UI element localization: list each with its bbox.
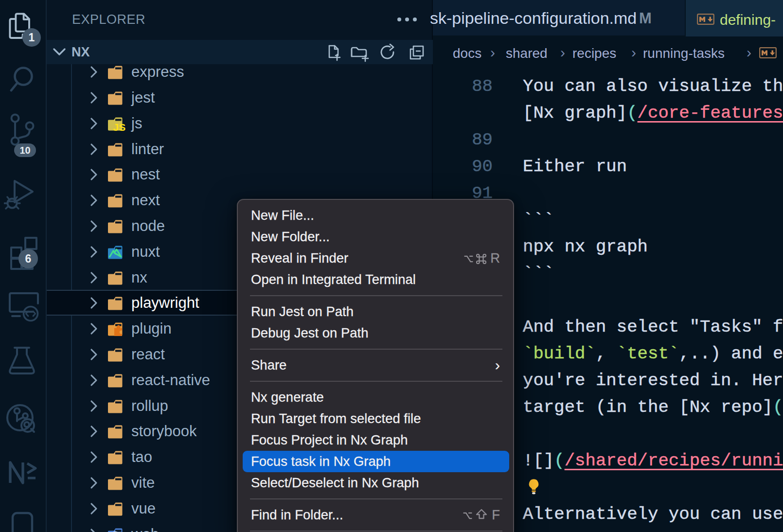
svg-text:JS: JS [113, 122, 126, 133]
